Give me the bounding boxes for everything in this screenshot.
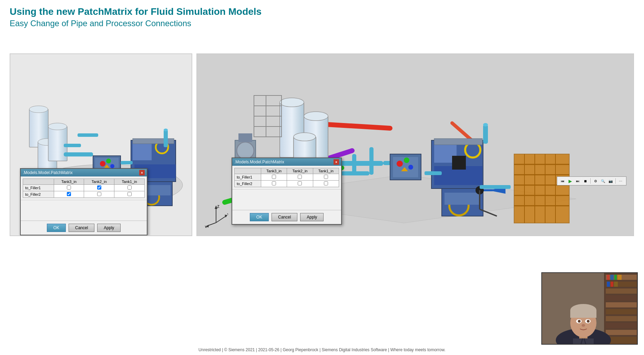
svg-rect-113 — [607, 282, 610, 287]
svg-rect-45 — [352, 154, 356, 173]
svg-point-13 — [106, 159, 111, 163]
toolbar-btn-next[interactable]: ⏭ — [574, 178, 581, 184]
main-title: Using the new PatchMatrix for Fluid Simu… — [10, 6, 262, 17]
toolbar-separator — [590, 178, 591, 184]
svg-point-52 — [408, 165, 413, 170]
svg-rect-24 — [121, 161, 133, 164]
svg-rect-120 — [570, 310, 596, 318]
right-checkbox-r2-t2[interactable] — [298, 181, 302, 185]
toolbar-btn-more[interactable]: ⋯ — [617, 178, 624, 184]
toolbar-btn-stop[interactable]: ⏹ — [582, 178, 589, 184]
svg-rect-114 — [611, 282, 613, 287]
right-row2-tank2[interactable] — [287, 181, 313, 187]
svg-point-125 — [582, 324, 585, 327]
svg-point-85 — [483, 123, 488, 126]
svg-rect-7 — [64, 152, 93, 156]
right-dialog-close-button[interactable]: × — [334, 159, 339, 165]
right-row1-tank1[interactable] — [313, 174, 339, 181]
svg-rect-101 — [606, 288, 637, 294]
svg-rect-115 — [614, 282, 618, 287]
svg-rect-107 — [606, 330, 637, 335]
left-checkbox-r2-t2[interactable] — [97, 192, 101, 196]
left-checkbox-r2-t3[interactable] — [67, 192, 71, 196]
left-row1-tank2[interactable] — [84, 185, 114, 191]
right-checkbox-r1-t2[interactable] — [298, 175, 302, 179]
right-3d-scene: Z Y X ⏮ ▶ ⏭ ⏹ ⚙ 🔍 📷 ⋯ — [197, 54, 633, 235]
webcam-background-svg — [542, 273, 638, 345]
right-toolbar: ⏮ ▶ ⏭ ⏹ ⚙ 🔍 📷 ⋯ — [557, 176, 626, 185]
left-row2-tank3[interactable] — [54, 191, 84, 198]
svg-rect-59 — [452, 156, 466, 170]
svg-rect-58 — [434, 139, 482, 145]
svg-rect-84 — [483, 125, 488, 144]
svg-line-91 — [216, 216, 226, 223]
left-patch-table: Tank3_in Tank2_in Tank1_in to_Filler1 — [23, 179, 145, 198]
svg-rect-9 — [78, 133, 98, 137]
footer: Unrestricted | © Siemens 2021 | 2021-05-… — [0, 347, 644, 352]
left-checkbox-r1-t3[interactable] — [67, 185, 71, 190]
svg-point-12 — [100, 161, 105, 166]
svg-rect-100 — [606, 282, 637, 287]
left-row2-tank2[interactable] — [84, 191, 114, 198]
left-apply-button[interactable]: Apply — [97, 224, 121, 232]
left-row2-tank1[interactable] — [114, 191, 145, 198]
left-ok-button[interactable]: OK — [47, 224, 66, 232]
right-row1-label: to_Filler1 — [235, 174, 261, 181]
left-3d-scene: .Models.Model.PatchMatrix × Tank3_in Tan… — [10, 54, 192, 235]
right-dialog-content: Tank3_in Tank2_in Tank1_in to_Filler1 — [232, 166, 341, 189]
svg-rect-106 — [606, 323, 637, 328]
right-checkbox-r1-t3[interactable] — [272, 175, 276, 179]
right-row1-tank3[interactable] — [261, 174, 287, 181]
svg-text:X: X — [205, 225, 207, 228]
left-table-header-tank1: Tank1_in — [114, 179, 145, 185]
left-table-header-empty — [23, 179, 54, 185]
right-checkbox-r2-t1[interactable] — [324, 181, 328, 185]
right-checkbox-r2-t3[interactable] — [272, 181, 276, 185]
svg-point-123 — [578, 320, 581, 323]
svg-point-51 — [404, 158, 409, 163]
svg-rect-26 — [164, 130, 168, 147]
right-table-header-empty — [235, 168, 261, 174]
table-row: to_Filler1 — [23, 185, 145, 191]
right-row2-tank1[interactable] — [313, 181, 339, 187]
left-checkbox-r2-t1[interactable] — [127, 192, 132, 196]
left-dialog-titlebar[interactable]: .Models.Model.PatchMatrix × — [21, 169, 147, 176]
right-patch-matrix-dialog: .Models.Model.PatchMatrix × Tank3_in Tan… — [232, 158, 342, 225]
right-row2-label: to_Filler2 — [235, 181, 261, 187]
svg-point-2 — [29, 106, 48, 113]
toolbar-btn-camera[interactable]: 📷 — [607, 178, 614, 184]
left-table-header-tank2: Tank2_in — [84, 179, 114, 185]
left-row1-tank3[interactable] — [54, 185, 84, 191]
svg-rect-103 — [606, 302, 637, 307]
svg-rect-105 — [606, 316, 637, 321]
left-dialog-empty-area — [21, 200, 147, 221]
right-row1-tank2[interactable] — [287, 174, 313, 181]
left-patch-matrix-dialog: .Models.Model.PatchMatrix × Tank3_in Tan… — [20, 168, 147, 235]
toolbar-btn-first[interactable]: ⏮ — [559, 178, 566, 184]
left-dialog-close-button[interactable]: × — [139, 170, 145, 175]
toolbar-btn-settings[interactable]: ⚙ — [592, 178, 599, 184]
right-checkbox-r1-t1[interactable] — [324, 175, 328, 179]
svg-point-34 — [237, 142, 254, 159]
left-checkbox-r1-t2[interactable] — [97, 185, 101, 190]
svg-rect-35 — [238, 133, 252, 142]
table-row: to_Filler2 — [23, 191, 145, 198]
left-checkbox-r1-t1[interactable] — [127, 185, 132, 190]
sub-title: Easy Change of Pipe and Processor Connec… — [10, 19, 262, 28]
toolbar-btn-prev[interactable]: ▶ — [567, 178, 574, 184]
axis-svg: Z Y X — [204, 204, 228, 228]
right-ok-button[interactable]: OK — [250, 213, 269, 221]
right-dialog-titlebar[interactable]: .Models.Model.PatchMatrix × — [232, 158, 341, 166]
left-row1-tank1[interactable] — [114, 185, 145, 191]
svg-rect-8 — [64, 144, 81, 147]
right-dialog-title: .Models.Model.PatchMatrix — [234, 160, 284, 164]
right-table-header-tank1: Tank1_in — [313, 168, 339, 174]
left-cancel-button[interactable]: Cancel — [69, 224, 94, 232]
right-row2-tank3[interactable] — [261, 181, 287, 187]
svg-rect-46 — [369, 147, 374, 175]
svg-rect-87 — [480, 185, 511, 189]
right-cancel-button[interactable]: Cancel — [272, 213, 297, 221]
right-table-header-tank3: Tank3_in — [261, 168, 287, 174]
toolbar-btn-zoom[interactable]: 🔍 — [600, 178, 606, 184]
right-apply-button[interactable]: Apply — [300, 213, 324, 221]
